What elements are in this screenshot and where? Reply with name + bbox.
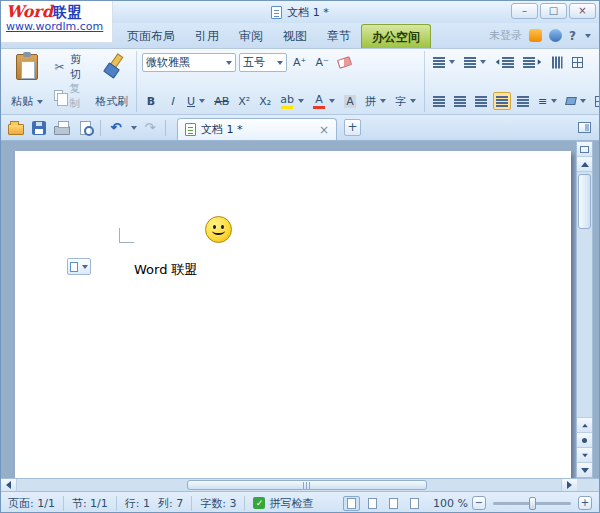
- outline-view-button[interactable]: [406, 496, 423, 511]
- align-left-button[interactable]: [430, 92, 448, 110]
- browse-object-button[interactable]: [577, 432, 592, 447]
- underline-dropdown-icon[interactable]: [199, 99, 205, 103]
- save-button[interactable]: [29, 118, 49, 138]
- ribbon-collapse-icon[interactable]: [585, 34, 591, 38]
- fullscreen-view-button[interactable]: [364, 496, 381, 511]
- tab-section[interactable]: 章节: [317, 24, 361, 48]
- tab-office-space[interactable]: 办公空间: [361, 24, 431, 48]
- clear-format-button[interactable]: [335, 54, 354, 72]
- help-button[interactable]: ?: [569, 29, 576, 43]
- highlight-button[interactable]: ab: [277, 92, 307, 110]
- text-direction-button[interactable]: [548, 53, 566, 71]
- document-page[interactable]: Word 联盟: [15, 151, 571, 478]
- open-file-button[interactable]: [6, 118, 26, 138]
- redo-button[interactable]: ↷: [140, 118, 160, 138]
- shading-button[interactable]: [563, 92, 589, 110]
- vertical-scroll-thumb[interactable]: [578, 174, 591, 229]
- font-color-button[interactable]: A: [310, 92, 338, 110]
- align-right-button[interactable]: [472, 92, 490, 110]
- undo-dropdown-icon[interactable]: [131, 126, 137, 130]
- bullet-list-button[interactable]: [430, 53, 458, 71]
- promo-icon[interactable]: [529, 29, 542, 42]
- table-grid-button[interactable]: [569, 53, 587, 71]
- increase-indent-button[interactable]: [520, 53, 545, 71]
- minimize-button[interactable]: –: [511, 3, 538, 19]
- zoom-slider-thumb[interactable]: [529, 497, 536, 510]
- print-layout-view-button[interactable]: [343, 496, 360, 511]
- borders-button[interactable]: [592, 92, 600, 110]
- char-shading-button[interactable]: A: [341, 92, 359, 110]
- numbered-list-button[interactable]: [461, 53, 489, 71]
- bold-button[interactable]: B: [142, 92, 160, 110]
- strikethrough-button[interactable]: AB: [211, 92, 232, 110]
- close-button[interactable]: ×: [569, 3, 596, 19]
- scroll-up-button[interactable]: [577, 157, 592, 172]
- font-size-select[interactable]: 五号: [239, 53, 287, 72]
- bullet-list-dropdown-icon[interactable]: [449, 60, 455, 64]
- smiley-shape[interactable]: [205, 216, 232, 243]
- decrease-indent-button[interactable]: [492, 53, 517, 71]
- login-status[interactable]: 未登录: [489, 28, 522, 43]
- align-distribute-button[interactable]: [514, 92, 532, 110]
- print-button[interactable]: [52, 118, 72, 138]
- zoom-slider[interactable]: [493, 502, 571, 505]
- subscript-button[interactable]: X₂: [256, 92, 274, 110]
- underline-button[interactable]: U: [184, 92, 208, 110]
- enclose-dropdown-icon[interactable]: [410, 99, 416, 103]
- line-spacing-dropdown-icon[interactable]: [551, 99, 557, 103]
- tab-review[interactable]: 审阅: [229, 24, 273, 48]
- line-spacing-button[interactable]: ≡: [535, 92, 560, 110]
- smart-tag-button[interactable]: [67, 258, 91, 275]
- ruler-toggle-button[interactable]: [577, 142, 592, 157]
- web-layout-view-button[interactable]: [385, 496, 402, 511]
- vertical-scrollbar[interactable]: [576, 141, 593, 478]
- spellcheck-button[interactable]: ✓ 拼写检查: [253, 496, 313, 511]
- phonetic-dropdown-icon[interactable]: [380, 99, 386, 103]
- tab-view[interactable]: 视图: [273, 24, 317, 48]
- print-preview-button[interactable]: [75, 118, 95, 138]
- format-painter-button[interactable]: 格式刷: [93, 53, 131, 110]
- shading-dropdown-icon[interactable]: [580, 99, 586, 103]
- zoom-out-button[interactable]: −: [472, 496, 486, 510]
- maximize-button[interactable]: □: [540, 3, 567, 19]
- zoom-value[interactable]: 100 %: [433, 497, 468, 510]
- shrink-font-button[interactable]: A⁻: [312, 54, 331, 72]
- zoom-in-button[interactable]: +: [578, 496, 592, 510]
- copy-button[interactable]: 复制: [50, 87, 88, 105]
- document-tab[interactable]: 文档 1 * ×: [177, 118, 337, 140]
- font-name-select[interactable]: 微软雅黑: [142, 53, 236, 72]
- enclose-characters-button[interactable]: 字: [392, 92, 419, 110]
- align-justify-button[interactable]: [493, 92, 511, 110]
- grow-font-button[interactable]: A⁺: [290, 54, 309, 72]
- smart-tag-dropdown-icon[interactable]: [82, 265, 88, 269]
- paste-dropdown-icon[interactable]: [37, 100, 43, 104]
- numbered-list-dropdown-icon[interactable]: [480, 60, 486, 64]
- highlight-dropdown-icon[interactable]: [298, 99, 304, 103]
- superscript-button[interactable]: X²: [235, 92, 253, 110]
- cut-button[interactable]: ✂ 剪切: [50, 58, 88, 76]
- next-page-button[interactable]: [577, 447, 592, 462]
- new-tab-button[interactable]: +: [344, 119, 361, 136]
- task-pane-button[interactable]: [574, 118, 594, 138]
- horizontal-scrollbar[interactable]: [1, 478, 599, 492]
- phonetic-guide-button[interactable]: 拼: [362, 92, 389, 110]
- tab-references[interactable]: 引用: [185, 24, 229, 48]
- scroll-left-button[interactable]: [1, 479, 17, 491]
- status-word-count[interactable]: 字数: 3: [200, 496, 245, 511]
- undo-button[interactable]: ↶: [106, 118, 126, 138]
- paste-button[interactable]: 粘贴: [8, 53, 46, 110]
- scroll-right-button[interactable]: [561, 479, 577, 491]
- previous-page-button[interactable]: [577, 417, 592, 432]
- horizontal-scroll-thumb[interactable]: [187, 480, 427, 490]
- font-color-dropdown-icon[interactable]: [329, 99, 335, 103]
- scroll-down-button[interactable]: [577, 462, 592, 477]
- theme-icon[interactable]: [549, 29, 562, 42]
- align-center-button[interactable]: [451, 92, 469, 110]
- tab-close-icon[interactable]: ×: [319, 124, 329, 136]
- vertical-scroll-track[interactable]: [577, 231, 592, 417]
- tab-page-layout[interactable]: 页面布局: [117, 24, 185, 48]
- italic-button[interactable]: I: [163, 92, 181, 110]
- font-name-dropdown-icon[interactable]: [226, 61, 232, 65]
- font-size-dropdown-icon[interactable]: [277, 61, 283, 65]
- horizontal-scroll-track[interactable]: [17, 479, 561, 491]
